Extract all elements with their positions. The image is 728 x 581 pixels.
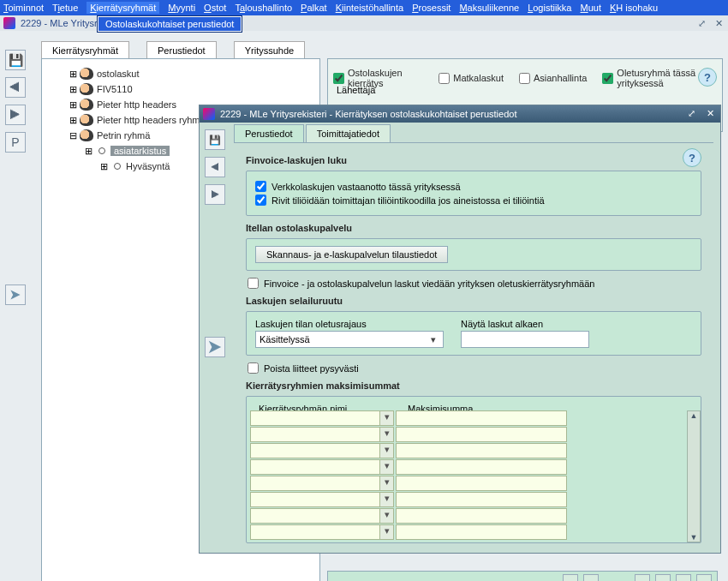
chk-rivit-tilioidaan[interactable]: Rivit tiliöidään toimittajan tiliöintiko… xyxy=(255,195,692,206)
dialog-tab-perustiedot[interactable]: Perustiedot xyxy=(234,124,304,142)
chevron-down-icon[interactable]: ▾ xyxy=(379,444,393,458)
grid-cell-sum[interactable] xyxy=(396,443,567,458)
dialog-kierratys-perustiedot: 2229 - MLe Yritysrekisteri - Kierrätykse… xyxy=(199,105,721,554)
table-row[interactable]: ▾ xyxy=(247,524,685,540)
back-icon[interactable]: ⯇ xyxy=(5,77,26,98)
expand-icon[interactable]: ⊞ xyxy=(68,69,78,80)
grid-cell-name[interactable]: ▾ xyxy=(250,427,394,442)
chk-asianhallinta[interactable]: Asianhallinta xyxy=(519,73,587,84)
grid-scrollbar[interactable]: ▲ ▼ xyxy=(687,410,701,542)
menu-palkat[interactable]: Palkat xyxy=(301,3,327,13)
close-icon[interactable]: ✕ xyxy=(713,17,725,29)
menu-kiinteistohallinta[interactable]: Kiinteistöhallinta xyxy=(336,3,404,13)
menu-tietue[interactable]: Tietue xyxy=(52,3,78,13)
dialog-toolbar: 💾 ⯇ ⯈ xyxy=(205,129,225,205)
chk-poista-liitteet[interactable]: Poista liitteet pysyvästi xyxy=(248,362,701,374)
grid-cell-name[interactable]: ▾ xyxy=(250,492,394,507)
expand-icon[interactable]: ⊞ xyxy=(68,99,78,111)
grid-cell-sum[interactable] xyxy=(396,476,567,491)
nav-btn-6[interactable] xyxy=(696,574,712,581)
nav-btn-5[interactable] xyxy=(676,574,691,581)
menu-logistiikka[interactable]: Logistiikka xyxy=(528,3,571,13)
menu-muut[interactable]: Muut xyxy=(581,3,601,13)
select-tilan-oletusrajaus[interactable]: Käsittelyssä▾ xyxy=(255,331,444,348)
table-row[interactable]: ▾ xyxy=(247,508,685,524)
dialog-restore-icon[interactable]: ⤢ xyxy=(684,108,698,120)
expand-icon[interactable]: ⊞ xyxy=(68,84,78,95)
chevron-down-icon[interactable]: ▾ xyxy=(379,509,393,523)
chevron-down-icon[interactable]: ▾ xyxy=(379,460,393,474)
grid-cell-name[interactable]: ▾ xyxy=(250,459,394,475)
dialog-save-icon[interactable]: 💾 xyxy=(205,129,225,150)
table-row[interactable]: ▾ xyxy=(247,427,685,442)
expand-icon[interactable]: ⊟ xyxy=(68,130,78,141)
nav-btn-4[interactable] xyxy=(655,574,671,581)
tab-kierratysryhmat[interactable]: Kierrätysryhmät xyxy=(41,41,129,59)
expand-icon[interactable]: ⊞ xyxy=(98,161,109,172)
table-row[interactable]: ▾ xyxy=(247,459,685,475)
dialog-close-icon[interactable]: ✕ xyxy=(703,108,717,120)
btn-skannaus-tilaustiedot[interactable]: Skannaus- ja e-laskupalvelun tilaustiedo… xyxy=(255,246,448,263)
menu-dropdown[interactable]: Ostolaskukohtaiset perustiedot xyxy=(97,15,242,33)
input-nayta-alkaen[interactable] xyxy=(461,331,589,348)
chevron-down-icon[interactable]: ▾ xyxy=(379,493,393,506)
tab-perustiedot[interactable]: Perustiedot xyxy=(146,41,217,59)
tree-item[interactable]: ⊞FIV5110 xyxy=(68,81,314,97)
table-row[interactable]: ▾ xyxy=(247,443,685,458)
forward-icon[interactable]: ⯈ xyxy=(5,105,26,125)
grid-cell-name[interactable]: ▾ xyxy=(250,410,394,426)
grid-cell-name[interactable]: ▾ xyxy=(250,476,394,491)
dialog-back-icon[interactable]: ⯇ xyxy=(205,157,225,177)
section-maksimisummat-title: Kierrätysryhmien maksimisummat xyxy=(246,380,701,391)
nav-btn-3[interactable] xyxy=(635,574,650,581)
table-row[interactable]: ▾ xyxy=(247,492,685,507)
menu-toiminnot[interactable]: Toiminnot xyxy=(3,3,44,13)
fieldset-itella: Skannaus- ja e-laskupalvelun tilaustiedo… xyxy=(246,238,701,271)
dialog-titlebar[interactable]: 2229 - MLe Yritysrekisteri - Kierrätykse… xyxy=(200,105,720,123)
table-row[interactable]: ▾ xyxy=(247,476,685,491)
menu-prosessit[interactable]: Prosessit xyxy=(412,3,451,13)
minimize-icon[interactable]: ⤢ xyxy=(695,17,707,29)
grid-cell-sum[interactable] xyxy=(396,410,567,426)
chevron-down-icon[interactable]: ▾ xyxy=(379,428,393,441)
menu-taloushallinto[interactable]: Taloushallinto xyxy=(235,3,292,13)
dialog-help-icon[interactable]: ? xyxy=(683,148,701,167)
expand-icon[interactable]: ⊞ xyxy=(83,146,93,157)
scroll-down-icon[interactable]: ▼ xyxy=(690,533,698,542)
tree-item-label: asiatarkistus xyxy=(110,146,170,156)
scroll-up-icon[interactable]: ▲ xyxy=(690,411,698,420)
chevron-down-icon[interactable]: ▾ xyxy=(379,476,393,490)
menu-kierratysryhmat[interactable]: Kierrätysryhmät xyxy=(87,2,159,14)
menu-myynti[interactable]: Myynti xyxy=(168,3,195,13)
help-icon[interactable]: ? xyxy=(698,68,717,87)
tab-yrityssuhde[interactable]: Yrityssuhde xyxy=(234,41,305,59)
chevron-down-icon[interactable]: ▾ xyxy=(379,525,393,539)
menubar[interactable]: Toiminnot Tietue Kierrätysryhmät Myynti … xyxy=(0,0,728,15)
dialog-forward-icon[interactable]: ⯈ xyxy=(205,184,225,205)
chk-finvoice-oletusryhma[interactable]: Finvoice - ja ostolaskupalvelun laskut v… xyxy=(248,278,701,289)
grid-cell-name[interactable]: ▾ xyxy=(250,443,394,458)
dialog-tab-toimittajatiedot[interactable]: Toimittajatiedot xyxy=(306,124,391,142)
nav-btn-1[interactable] xyxy=(563,574,578,581)
grid-cell-name[interactable]: ▾ xyxy=(250,508,394,524)
dialog-title: 2229 - MLe Yritysrekisteri - Kierrätykse… xyxy=(220,109,516,119)
nav-btn-2[interactable] xyxy=(583,574,599,581)
chk-verkkolaskut[interactable]: Verkkolaskujen vastaanotto tässä yrityks… xyxy=(255,181,692,192)
grid-cell-sum[interactable] xyxy=(396,492,567,507)
grid-cell-sum[interactable] xyxy=(396,508,567,524)
tree-item[interactable]: ⊞ostolaskut xyxy=(68,66,314,81)
p-button[interactable]: P xyxy=(5,132,26,153)
grid-cell-name[interactable]: ▾ xyxy=(250,524,394,540)
grid-cell-sum[interactable] xyxy=(396,427,567,442)
grid-cell-sum[interactable] xyxy=(396,459,567,475)
menu-maksuliikenne[interactable]: Maksuliikenne xyxy=(459,3,519,13)
grid-cell-sum[interactable] xyxy=(396,524,567,540)
save-icon[interactable]: 💾 xyxy=(5,50,26,70)
menu-ostot[interactable]: Ostot xyxy=(204,3,226,13)
expand-icon[interactable]: ⊞ xyxy=(68,115,78,126)
table-row[interactable]: ▾ xyxy=(247,410,685,426)
chevron-down-icon[interactable]: ▾ xyxy=(379,411,393,425)
menu-kh-isohaku[interactable]: KH isohaku xyxy=(610,3,658,13)
dropdown-item-ostolaskukohtaiset[interactable]: Ostolaskukohtaiset perustiedot xyxy=(98,16,242,32)
chk-matkalaskut[interactable]: Matkalaskut xyxy=(439,73,504,84)
